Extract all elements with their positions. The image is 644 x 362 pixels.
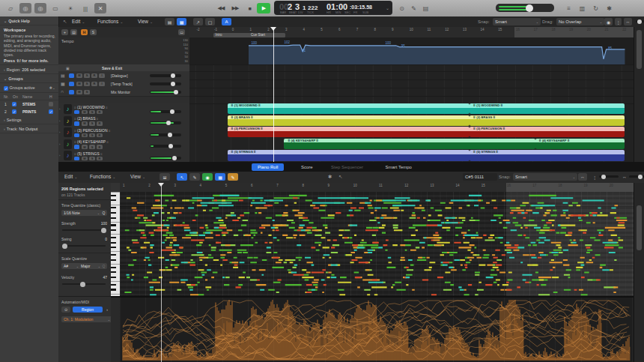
- track-inspector-header[interactable]: ›Track: No Output: [0, 124, 58, 133]
- group-row[interactable]: 2✓PRINTS✓: [0, 108, 58, 115]
- drag-mode-dropdown[interactable]: No Overlap⌄: [556, 18, 604, 25]
- save-exit-button[interactable]: Save & Exit: [102, 66, 122, 70]
- piano-roll-playhead[interactable]: [161, 183, 162, 362]
- region-body[interactable]: [228, 154, 470, 161]
- pr-vertical-zoom-knob[interactable]: [601, 175, 606, 179]
- pr-playhead-handle[interactable]: [158, 183, 164, 187]
- pr-edit-menu[interactable]: Edit⌄: [64, 174, 77, 179]
- tab-score[interactable]: Score: [295, 163, 319, 171]
- automation-power-button[interactable]: ⊙: [61, 307, 70, 313]
- volume-knob[interactable]: [168, 144, 173, 148]
- input-monitor-button[interactable]: [69, 90, 74, 94]
- black-key[interactable]: [111, 259, 116, 261]
- m-button[interactable]: M: [76, 82, 82, 86]
- volume-slider[interactable]: [150, 133, 181, 136]
- automation-mode-icon[interactable]: ›: [105, 307, 109, 313]
- input-monitor-button[interactable]: [69, 82, 74, 86]
- pr-autodef-button[interactable]: ⊞: [160, 173, 170, 181]
- pr-pencil-tool-button[interactable]: ✎: [189, 173, 200, 181]
- midi-region[interactable]: ⠿ (2) BRASS ⠿: [228, 115, 470, 126]
- scale-quantize-apply-button[interactable]: Q: [100, 263, 107, 269]
- volume-knob[interactable]: [166, 121, 171, 125]
- tempo-track-lane[interactable]: 100102811009585: [189, 37, 634, 65]
- groups-settings-icon[interactable]: ✱⌄: [49, 85, 55, 90]
- tab-smart-tempo[interactable]: Smart Tempo: [379, 163, 418, 171]
- display-icon[interactable]: ▱: [4, 3, 16, 13]
- swing-knob[interactable]: [62, 244, 67, 249]
- black-key[interactable]: [111, 195, 116, 196]
- strength-value[interactable]: 100: [101, 221, 107, 226]
- region-body[interactable]: [470, 131, 625, 138]
- pr-auto-zoom-button[interactable]: ↔: [578, 173, 587, 181]
- m-button[interactable]: M: [82, 157, 88, 161]
- midi-pointer-icon[interactable]: ↖: [338, 174, 342, 180]
- metronome-icon[interactable]: ▤: [421, 3, 431, 13]
- r-button[interactable]: R: [97, 110, 103, 115]
- tuner-icon[interactable]: ⊙: [397, 3, 407, 13]
- region-view-button[interactable]: ▦: [177, 18, 186, 25]
- arrange-scroll-thumb[interactable]: [637, 30, 642, 69]
- m-button[interactable]: M: [82, 145, 88, 149]
- black-key[interactable]: [111, 277, 116, 278]
- volume-slider[interactable]: [150, 91, 181, 94]
- region-lanes[interactable]: ⠿ (1) WOODWIND ⠿⠿ (1) WOODWIND ⠿⠿ (2) BR…: [189, 64, 634, 162]
- group-hide-checkbox[interactable]: ✓: [49, 109, 53, 114]
- region-body[interactable]: [228, 131, 470, 138]
- black-key[interactable]: [111, 254, 116, 256]
- count-in-icon[interactable]: ✎: [409, 3, 419, 13]
- pr-automation-pencil-button[interactable]: ✎: [228, 173, 238, 181]
- automation-view-button[interactable]: ↗: [193, 18, 203, 25]
- tab-piano-roll[interactable]: Piano Roll: [252, 163, 284, 171]
- black-key[interactable]: [111, 199, 116, 201]
- editor-scroll-thumb[interactable]: [637, 205, 642, 250]
- input-monitor-button[interactable]: [74, 145, 79, 149]
- arrange-functions-menu[interactable]: Functions⌄: [97, 19, 123, 24]
- input-monitor-button[interactable]: [74, 157, 79, 161]
- region-body[interactable]: [228, 108, 470, 115]
- editors-close-icon[interactable]: ✕: [94, 3, 106, 13]
- midi-region[interactable]: ⠿ (4) KEYS&HARP ⠿: [535, 139, 625, 149]
- black-key[interactable]: [111, 212, 116, 214]
- replace-record-icon[interactable]: ◎: [34, 3, 46, 13]
- rewind-button[interactable]: ◀◀: [214, 3, 228, 13]
- swing-value[interactable]: 0: [105, 237, 107, 241]
- cycle-record-icon[interactable]: ◎: [19, 3, 31, 13]
- note-pads-icon[interactable]: ▥: [577, 3, 588, 13]
- arrangement-marker[interactable]: Intro: [213, 33, 250, 37]
- disclosure-icon[interactable]: ›: [59, 130, 60, 134]
- master-volume-slider[interactable]: [496, 4, 554, 12]
- midi-region[interactable]: ⠿ (4) KEYS&HARP ⠿: [284, 139, 535, 149]
- list-editors-icon[interactable]: ≡: [563, 3, 574, 13]
- volume-knob[interactable]: [172, 156, 177, 160]
- flex-view-button[interactable]: ▢: [205, 18, 215, 25]
- black-key[interactable]: [111, 242, 116, 244]
- track-name[interactable]: ⠿ (5) STRINGS ⠿: [74, 151, 103, 156]
- input-monitor-button[interactable]: [74, 121, 79, 126]
- region-body[interactable]: [284, 142, 535, 149]
- region-body[interactable]: [228, 119, 470, 126]
- utility-track-header[interactable]: ∩MSMix Monitor: [58, 88, 189, 97]
- midi-region[interactable]: ⠿ (1) WOODWIND ⠿: [228, 103, 470, 114]
- midi-region[interactable]: ⠿ (3) PERCUSSION ⠿: [228, 127, 470, 137]
- pr-horizontal-zoom-knob[interactable]: [638, 175, 643, 179]
- black-key[interactable]: [111, 217, 116, 219]
- volume-slider[interactable]: [150, 145, 181, 148]
- black-key[interactable]: [111, 229, 116, 231]
- groups-active-row[interactable]: ✓ Groups active✱⌄: [0, 83, 58, 93]
- lcd-preset-chevron-icon[interactable]: ⌄: [386, 5, 389, 10]
- midi-region[interactable]: ⠿ (5) STRINGS ⠿: [228, 150, 470, 160]
- r-button[interactable]: R: [97, 145, 103, 149]
- r-button[interactable]: R: [91, 73, 97, 78]
- track-name[interactable]: ⠿ (2) BRASS ⠿: [74, 116, 99, 121]
- midi-region[interactable]: ⠿ (3) PERCUSSION ⠿: [470, 127, 625, 137]
- quantize-apply-button[interactable]: Q: [100, 210, 107, 216]
- volume-slider[interactable]: [150, 110, 181, 113]
- volume-knob[interactable]: [171, 73, 175, 78]
- volume-slider[interactable]: [150, 121, 181, 124]
- s-button[interactable]: S: [84, 90, 90, 94]
- group-row[interactable]: 1✓STEMS: [0, 100, 58, 108]
- media-browser-icon[interactable]: ✱: [604, 3, 615, 13]
- black-key[interactable]: [111, 237, 116, 238]
- black-key[interactable]: [111, 247, 116, 248]
- group-hide-checkbox[interactable]: [49, 102, 53, 106]
